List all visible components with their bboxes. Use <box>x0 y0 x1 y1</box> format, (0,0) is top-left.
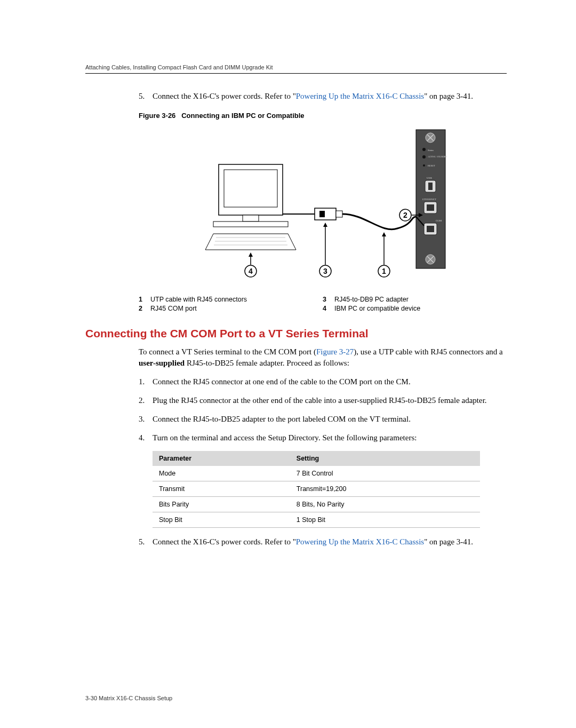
svg-marker-34 <box>249 252 253 257</box>
step-text-pre: Connect the X16-C's power cords. Refer t… <box>153 537 296 546</box>
db9-adapter-icon <box>315 208 342 220</box>
step-text: Plug the RJ45 connector at the other end… <box>153 395 507 406</box>
svg-text:USB: USB <box>427 177 432 179</box>
svg-rect-8 <box>319 211 325 217</box>
param-cell: Bits Parity <box>153 497 290 512</box>
figure-label: Figure 3-26 <box>139 112 175 120</box>
svg-marker-38 <box>323 223 327 227</box>
setting-cell: Transmit=19,200 <box>290 481 480 497</box>
power-up-link[interactable]: Powering Up the Matrix X16-C Chassis <box>296 537 424 546</box>
legend-number: 3 <box>323 296 334 303</box>
figure-link[interactable]: Figure 3-27 <box>316 347 354 356</box>
legend-text-4: IBM PC or compatible device <box>334 305 420 312</box>
step-number: 1. <box>139 376 153 387</box>
table-row: Mode 7 Bit Control <box>153 466 480 481</box>
step-4: 4. Turn on the terminal and access the S… <box>139 432 507 444</box>
running-header: Attaching Cables, Installing Compact Fla… <box>85 64 507 74</box>
th-parameter: Parameter <box>153 451 290 466</box>
param-cell: Mode <box>153 466 290 481</box>
step-text-post: " on page 3-41. <box>424 92 473 100</box>
setting-cell: 1 Stop Bit <box>290 512 480 528</box>
svg-rect-28 <box>427 226 434 232</box>
svg-text:4: 4 <box>249 267 253 275</box>
param-cell: Transmit <box>153 481 290 497</box>
step-5-top: 5. Connect the X16-C's power cords. Refe… <box>139 91 507 102</box>
svg-marker-42 <box>382 232 386 236</box>
svg-rect-2 <box>243 215 259 221</box>
setting-cell: 7 Bit Control <box>290 466 480 481</box>
table-row: Bits Parity 8 Bits, No Parity <box>153 497 480 512</box>
step-text-pre: Connect the X16-C's power cords. Refer t… <box>153 92 296 100</box>
callout-3: 3 <box>319 223 331 277</box>
table-row: Stop Bit 1 Stop Bit <box>153 512 480 528</box>
section-heading: Connecting the CM COM Port to a VT Serie… <box>85 327 507 340</box>
page-footer: 3-30 Matrix X16-C Chassis Setup <box>85 695 172 701</box>
step-number: 5. <box>139 536 153 548</box>
svg-point-14 <box>422 148 426 151</box>
svg-text:COM: COM <box>436 219 442 222</box>
step-3: 3. Connect the RJ45-to-DB25 adapter to t… <box>139 414 507 425</box>
intro-post: ), use a UTP cable with RJ45 connectors … <box>354 347 502 356</box>
legend-number: 1 <box>139 296 150 303</box>
legend-text-1: UTP cable with RJ45 connectors <box>150 296 247 303</box>
step-text: Connect the RJ45-to-DB25 adapter to the … <box>153 414 507 425</box>
svg-text:2: 2 <box>403 211 407 219</box>
svg-point-16 <box>422 155 426 159</box>
step-number: 5. <box>139 91 153 102</box>
th-setting: Setting <box>290 451 480 466</box>
svg-rect-22 <box>428 183 433 190</box>
legend-number: 4 <box>323 305 334 312</box>
intro-bold: user-supplied <box>139 359 185 367</box>
figure-legend: 1 UTP cable with RJ45 connectors 3 RJ45-… <box>139 296 507 312</box>
svg-rect-3 <box>213 221 288 227</box>
step-number: 4. <box>139 432 153 444</box>
table-row: Transmit Transmit=19,200 <box>153 481 480 497</box>
intro-paragraph: To connect a VT Series terminal to the C… <box>139 346 507 369</box>
svg-text:Status: Status <box>428 149 434 152</box>
step-5-bottom: 5. Connect the X16-C's power cords. Refe… <box>139 536 507 548</box>
power-up-link[interactable]: Powering Up the Matrix X16-C Chassis <box>296 92 424 100</box>
intro-pre: To connect a VT Series terminal to the C… <box>139 347 316 356</box>
setting-cell: 8 Bits, No Parity <box>290 497 480 512</box>
pc-icon <box>205 164 296 250</box>
step-number: 3. <box>139 414 153 425</box>
figure-title: Connecting an IBM PC or Compatible <box>181 112 304 120</box>
step-number: 2. <box>139 395 153 406</box>
step-text: Turn on the terminal and access the Setu… <box>153 432 507 444</box>
callout-4: 4 <box>245 252 257 277</box>
svg-text:3: 3 <box>323 267 327 275</box>
step-2: 2. Plug the RJ45 connector at the other … <box>139 395 507 406</box>
svg-text:ACTIVE / STANDBY: ACTIVE / STANDBY <box>428 155 447 158</box>
intro-end: RJ45-to-DB25 female adapter. Proceed as … <box>185 359 349 367</box>
svg-point-18 <box>423 164 425 167</box>
svg-rect-1 <box>224 170 277 207</box>
step-text-post: " on page 3-41. <box>424 537 473 546</box>
chassis-panel-icon: Status ACTIVE / STANDBY RESET USB ETHERN… <box>416 130 447 268</box>
legend-number: 2 <box>139 305 150 312</box>
svg-text:1: 1 <box>382 267 386 275</box>
svg-text:ETHERNET: ETHERNET <box>422 198 436 201</box>
svg-rect-25 <box>427 204 434 211</box>
figure-diagram: Status ACTIVE / STANDBY RESET USB ETHERN… <box>195 127 451 287</box>
step-text: Connect the RJ45 connector at one end of… <box>153 376 507 387</box>
svg-text:RESET: RESET <box>428 164 435 167</box>
param-cell: Stop Bit <box>153 512 290 528</box>
figure-caption: Figure 3-26 Connecting an IBM PC or Comp… <box>139 112 507 120</box>
legend-text-2: RJ45 COM port <box>150 305 197 312</box>
svg-rect-9 <box>336 211 342 217</box>
parameter-table: Parameter Setting Mode 7 Bit Control Tra… <box>153 451 480 528</box>
callout-1: 1 <box>378 232 390 277</box>
legend-text-3: RJ45-to-DB9 PC adapter <box>334 296 409 303</box>
svg-rect-7 <box>315 208 336 220</box>
step-1: 1. Connect the RJ45 connector at one end… <box>139 376 507 387</box>
